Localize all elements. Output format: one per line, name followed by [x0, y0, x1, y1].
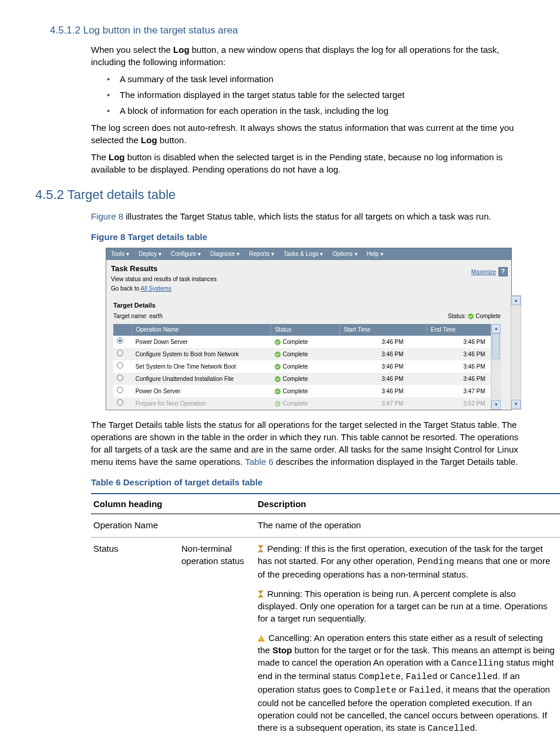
radio-icon[interactable]: [117, 350, 123, 356]
row-end: 3:46 PM: [427, 360, 500, 373]
table-row[interactable]: Configure System to Boot from NetworkCom…: [113, 348, 501, 360]
task-results-subtitle: View status and results of task instance…: [111, 275, 507, 283]
check-icon: [275, 401, 281, 407]
menu-deploy[interactable]: Deploy ▾: [134, 248, 166, 260]
row-start: 3:46 PM: [340, 373, 427, 385]
col-start[interactable]: Start Time: [340, 324, 427, 336]
menu-diagnose[interactable]: Diagnose ▾: [205, 248, 244, 260]
t: The: [91, 152, 109, 162]
table-row[interactable]: Power Down ServerComplete3:46 PM3:46 PM: [113, 336, 501, 348]
scroll-up-icon[interactable]: ▴: [511, 296, 521, 305]
t: or: [396, 684, 409, 694]
row-status: Complete: [271, 397, 340, 410]
t: button.: [157, 135, 187, 145]
scroll-down-icon[interactable]: ▾: [511, 400, 521, 409]
target-details-heading: Target Details: [113, 301, 501, 310]
row-start: 3:46 PM: [340, 336, 427, 348]
col-operation[interactable]: Operation Name: [132, 324, 271, 336]
row-end: 3:46 PM: [427, 336, 500, 348]
t: Running: This operation is being run. A …: [258, 589, 548, 623]
overall-status: Status: Complete: [448, 312, 501, 320]
row-end: 3:46 PM: [427, 348, 500, 360]
row-end: 3:52 PM: [427, 397, 500, 410]
warning-icon: [258, 635, 265, 642]
t: illustrates the Target Status table, whi…: [123, 211, 491, 221]
row-status: Complete: [271, 373, 340, 385]
menu-tools[interactable]: Tools ▾: [106, 248, 134, 260]
menu-options[interactable]: Options ▾: [328, 248, 362, 260]
figure-8-screenshot: Tools ▾ Deploy ▾ Configure ▾ Diagnose ▾ …: [106, 248, 512, 411]
row-radio[interactable]: [113, 336, 132, 348]
hourglass-icon: [258, 590, 264, 598]
table-row[interactable]: Set System to One Time Network BootCompl…: [113, 360, 501, 373]
target-details-table: Operation Name Status Start Time End Tim…: [113, 324, 501, 410]
row-op: Prepare for Next Operation: [132, 397, 271, 410]
menu-reports[interactable]: Reports ▾: [244, 248, 279, 260]
radio-icon[interactable]: [117, 374, 123, 381]
row-radio[interactable]: [113, 397, 132, 410]
row-start: 3:46 PM: [340, 348, 427, 360]
t: When you select the: [91, 45, 173, 55]
check-icon: [275, 364, 281, 370]
th-blank: [179, 494, 255, 514]
radio-icon[interactable]: [117, 337, 123, 344]
col-end[interactable]: End Time: [427, 324, 500, 336]
cell-status-sub: Non-terminal operation status: [179, 538, 255, 741]
table-row[interactable]: Configure Unattended Installation FileCo…: [113, 373, 501, 385]
col-status[interactable]: Status: [271, 324, 340, 336]
row-op: Configure Unattended Installation File: [132, 373, 271, 385]
row-op: Power On Server: [132, 385, 271, 397]
breadcrumb: Go back to All Systems: [111, 285, 507, 293]
row-op: Power Down Server: [132, 336, 271, 348]
scroll-down-icon[interactable]: ▾: [491, 400, 501, 410]
row-status: Complete: [271, 385, 340, 397]
maximize-link[interactable]: Maximize: [471, 268, 496, 276]
table-row[interactable]: Power On ServerComplete3:46 PM3:47 PM: [113, 385, 501, 397]
table-row[interactable]: Prepare for Next OperationComplete3:47 P…: [113, 397, 501, 410]
scroll-up-icon[interactable]: ▴: [491, 324, 501, 333]
list-item: A summary of the task level information: [114, 73, 525, 85]
task-results-title: Task Results: [111, 264, 507, 274]
radio-icon[interactable]: [117, 362, 123, 369]
code: Complete: [359, 672, 401, 682]
menu-help[interactable]: Help ▾: [362, 248, 388, 260]
row-radio[interactable]: [113, 360, 132, 373]
heading-4512: 4.5.1.2 Log button in the target status …: [50, 23, 525, 38]
check-icon: [275, 376, 281, 382]
code: Complete: [354, 686, 396, 696]
col-select[interactable]: [113, 324, 132, 336]
cell-op-name: Operation Name: [91, 514, 179, 538]
row-status: Complete: [271, 336, 340, 348]
menu-configure[interactable]: Configure ▾: [166, 248, 205, 260]
t: Go back to: [111, 285, 141, 292]
table-6-caption: Table 6 Description of target details ta…: [91, 476, 525, 488]
status-label: Status:: [448, 312, 466, 320]
outer-scrollbar[interactable]: ▴ ▾: [511, 295, 521, 410]
figure-8-link[interactable]: Figure 8: [91, 211, 123, 221]
check-icon: [468, 313, 474, 319]
list-item: A block of information for each operatio…: [114, 104, 525, 117]
radio-icon[interactable]: [117, 387, 123, 393]
row-radio[interactable]: [113, 385, 132, 397]
task-results-header: Task Results View status and results of …: [106, 260, 511, 295]
t: or: [437, 671, 450, 681]
help-button[interactable]: ?: [498, 267, 508, 276]
table-6-link[interactable]: Table 6: [245, 457, 273, 467]
inner-scrollbar[interactable]: ▴ ▾: [491, 324, 501, 410]
all-systems-link[interactable]: All Systems: [141, 285, 171, 292]
para-4512-1: When you select the Log button, a new wi…: [91, 43, 525, 68]
row-start: 3:46 PM: [340, 360, 427, 373]
cell-status-desc: Pending: If this is the first operation,…: [255, 538, 560, 741]
figure-8-caption: Figure 8 Target details table: [91, 231, 525, 243]
app-menubar: Tools ▾ Deploy ▾ Configure ▾ Diagnose ▾ …: [106, 248, 511, 260]
row-radio[interactable]: [113, 373, 132, 385]
row-op: Configure System to Boot from Network: [132, 348, 271, 360]
scroll-thumb[interactable]: [492, 333, 500, 359]
radio-icon[interactable]: [117, 399, 123, 406]
menu-tasks-logs[interactable]: Tasks & Logs ▾: [279, 248, 328, 260]
t: ,: [401, 671, 406, 681]
row-radio[interactable]: [113, 348, 132, 360]
row-status: Complete: [271, 348, 340, 360]
row-start: 3:46 PM: [340, 385, 427, 397]
para-452-after-fig: The Target Details table lists the statu…: [91, 418, 525, 468]
